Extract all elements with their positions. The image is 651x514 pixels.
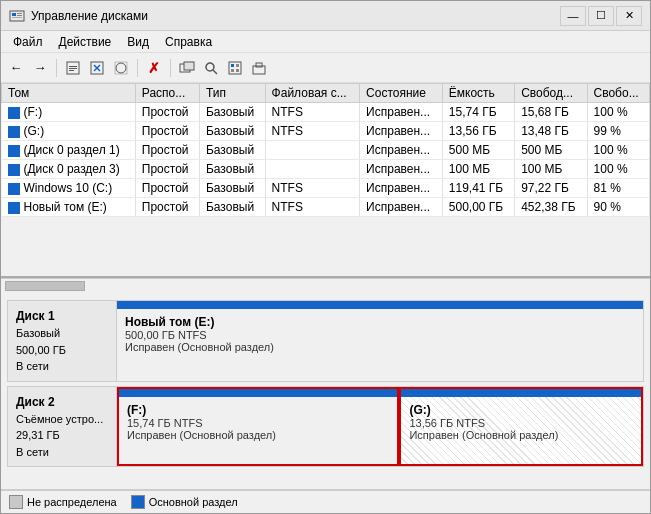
col-free-pct[interactable]: Свобо... [587,84,649,103]
table-row[interactable]: (G:)ПростойБазовыйNTFSИсправен...13,56 Г… [2,122,650,141]
cell-free-pct: 100 % [587,103,649,122]
svg-rect-21 [231,69,234,72]
cell-layout: Простой [135,122,199,141]
partition-name: (F:) [127,403,389,417]
back-button[interactable]: ← [5,57,27,79]
cell-capacity: 500,00 ГБ [442,198,514,217]
search-button[interactable] [200,57,222,79]
cell-free-pct: 100 % [587,141,649,160]
col-layout[interactable]: Распо... [135,84,199,103]
cell-capacity: 500 МБ [442,141,514,160]
svg-rect-6 [69,66,77,67]
menu-view[interactable]: Вид [119,33,157,51]
cell-volume: (Диск 0 раздел 3) [2,160,136,179]
menu-action[interactable]: Действие [51,33,120,51]
cell-capacity: 119,41 ГБ [442,179,514,198]
table-scroll-thumb[interactable] [5,281,85,291]
table-row[interactable]: (Диск 0 раздел 1)ПростойБазовыйИсправен.… [2,141,650,160]
toolbar-btn-5[interactable] [224,57,246,79]
table-row[interactable]: (F:)ПростойБазовыйNTFSИсправен...15,74 Г… [2,103,650,122]
partition-info1: 13,56 ГБ NTFS [409,417,633,429]
partition-info2: Исправен (Основной раздел) [409,429,633,441]
partition-name: (G:) [409,403,633,417]
toolbar-btn-6[interactable] [248,57,270,79]
table-scrollbar[interactable] [1,278,650,292]
cell-volume: (Диск 0 раздел 1) [2,141,136,160]
legend-unallocated: Не распределена [9,495,117,509]
cell-layout: Простой [135,103,199,122]
cell-status: Исправен... [360,122,443,141]
partition-f_drive[interactable]: (F:) 15,74 ГБ NTFS Исправен (Основной ра… [117,387,399,467]
toolbar-btn-2[interactable] [86,57,108,79]
disk-row: Диск 1 Базовый 500,00 ГБ В сети Новый то… [7,300,644,382]
toolbar-separator-2 [137,59,138,77]
cell-free: 452,38 ГБ [515,198,587,217]
table-row[interactable]: Windows 10 (C:)ПростойБазовыйNTFSИсправе… [2,179,650,198]
partition-info2: Исправен (Основной раздел) [125,341,635,353]
table-area[interactable]: Том Распо... Тип Файловая с... Состояние… [1,83,650,278]
svg-point-16 [206,63,214,71]
col-fs[interactable]: Файловая с... [265,84,360,103]
delete-button[interactable]: ✗ [143,57,165,79]
svg-rect-3 [17,15,22,16]
cell-layout: Простой [135,160,199,179]
title-controls: — ☐ ✕ [560,6,642,26]
partition-info2: Исправен (Основной раздел) [127,429,389,441]
cell-fs [265,160,360,179]
disk-label-title: Диск 2 [16,393,108,411]
toolbar: ← → ✗ [1,53,650,83]
toolbar-btn-1[interactable] [62,57,84,79]
title-bar: Управление дисками — ☐ ✕ [1,1,650,31]
menu-bar: Файл Действие Вид Справка [1,31,650,53]
disk-label-type: Съёмное устро... [16,411,108,428]
menu-help[interactable]: Справка [157,33,220,51]
legend-primary-box [131,495,145,509]
forward-button[interactable]: → [29,57,51,79]
window-icon [9,8,25,24]
svg-rect-22 [236,69,239,72]
cell-type: Базовый [199,198,265,217]
cell-type: Базовый [199,103,265,122]
partition-e_drive[interactable]: Новый том (E:) 500,00 ГБ NTFS Исправен (… [117,301,643,381]
table-row[interactable]: (Диск 0 раздел 3)ПростойБазовыйИсправен.… [2,160,650,179]
window: Управление дисками — ☐ ✕ Файл Действие В… [0,0,651,514]
partition-g_drive[interactable]: (G:) 13,56 ГБ NTFS Исправен (Основной ра… [399,387,643,467]
cell-volume: (G:) [2,122,136,141]
disk-label-size: 29,31 ГБ [16,427,108,444]
col-free[interactable]: Свобод... [515,84,587,103]
cell-volume: Новый том (E:) [2,198,136,217]
disk-map-area[interactable]: Диск 1 Базовый 500,00 ГБ В сети Новый то… [1,292,650,489]
cell-type: Базовый [199,141,265,160]
table-row[interactable]: Новый том (E:)ПростойБазовыйNTFSИсправен… [2,198,650,217]
cell-capacity: 13,56 ГБ [442,122,514,141]
cell-free: 100 МБ [515,160,587,179]
col-volume[interactable]: Том [2,84,136,103]
cell-status: Исправен... [360,160,443,179]
partition-content: Новый том (E:) 500,00 ГБ NTFS Исправен (… [125,315,635,353]
partition-info1: 15,74 ГБ NTFS [127,417,389,429]
minimize-button[interactable]: — [560,6,586,26]
maximize-button[interactable]: ☐ [588,6,614,26]
disk-label-title: Диск 1 [16,307,108,325]
close-button[interactable]: ✕ [616,6,642,26]
col-type[interactable]: Тип [199,84,265,103]
cell-fs [265,141,360,160]
cell-capacity: 15,74 ГБ [442,103,514,122]
col-status[interactable]: Состояние [360,84,443,103]
col-capacity[interactable]: Ёмкость [442,84,514,103]
toolbar-btn-4[interactable] [176,57,198,79]
svg-rect-2 [17,13,22,14]
legend-primary: Основной раздел [131,495,238,509]
volumes-table: Том Распо... Тип Файловая с... Состояние… [1,83,650,217]
toolbar-btn-3[interactable] [110,57,132,79]
legend-unallocated-box [9,495,23,509]
svg-rect-13 [115,62,127,74]
cell-fs: NTFS [265,103,360,122]
cell-fs: NTFS [265,179,360,198]
menu-file[interactable]: Файл [5,33,51,51]
disk-label-type: Базовый [16,325,108,342]
cell-type: Базовый [199,160,265,179]
cell-free: 13,48 ГБ [515,122,587,141]
cell-free: 500 МБ [515,141,587,160]
cell-fs: NTFS [265,198,360,217]
